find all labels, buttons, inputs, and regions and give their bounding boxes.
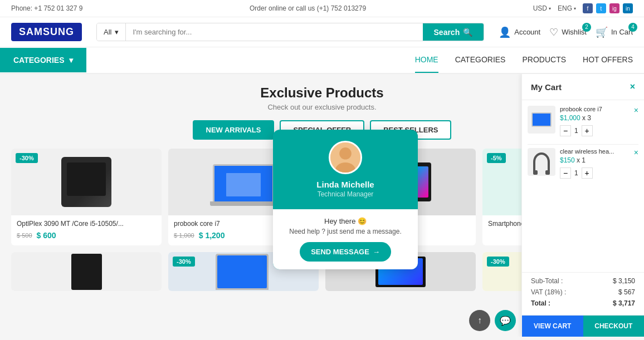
desktop-icon [61, 157, 111, 207]
qty-increase-button[interactable]: + [582, 167, 593, 179]
cart-item: probook core i7 $1,000 x 3 − 1 + × [528, 106, 638, 136]
arrow-up-icon: ↑ [477, 316, 482, 326]
view-cart-button[interactable]: VIEW CART [522, 316, 583, 337]
cart-totals: Sub-Total : $ 3,150 VAT (18%) : $ 567 To… [522, 272, 644, 315]
cart-items-list: probook core i7 $1,000 x 3 − 1 + × [522, 100, 644, 272]
cart-panel: My Cart × probook core i7 $1,000 x 3 − 1 [521, 74, 644, 337]
remove-item-button[interactable]: × [634, 106, 638, 115]
cart-close-button[interactable]: × [630, 82, 635, 92]
cart-item: clear wireless hea... $150 x 1 − 1 + × [528, 148, 638, 179]
heart-icon: ♡ [549, 26, 558, 38]
arrow-right-icon: → [373, 248, 380, 256]
remove-item-button[interactable]: × [634, 148, 638, 157]
scroll-up-button[interactable]: ↑ [469, 310, 490, 331]
bottom-actions: ↑ 💬 [469, 310, 516, 331]
chat-overlay: Linda Michelle Technical Manager Hey the… [273, 130, 418, 269]
main-area: Exclusive Products Check out our exclusi… [0, 74, 644, 337]
account-icon: 👤 [499, 26, 511, 38]
cart-item-image [528, 106, 555, 134]
top-bar: Phone: +1 752 01 327 9 Order online or c… [0, 0, 644, 17]
tab-new-arrivals[interactable]: NEW ARRIVALS [193, 120, 275, 140]
product-badge: -30% [16, 153, 38, 163]
categories-chevron-icon: ▾ [69, 56, 73, 65]
dropdown-arrow-icon: ▾ [115, 28, 119, 36]
product-card[interactable] [11, 252, 162, 291]
avatar-svg [330, 142, 360, 173]
chat-greeting: Hey there 😊 [281, 217, 410, 225]
order-text: Order online or call us (+1) 752 013279 [250, 4, 366, 12]
chat-bubble-icon: 💬 [500, 316, 511, 326]
qty-value: 1 [574, 169, 578, 177]
cart-item-image [528, 148, 555, 176]
product-badge: -30% [487, 257, 509, 267]
currency-selector[interactable]: USD ▾ [533, 4, 551, 12]
qty-increase-button[interactable]: + [582, 125, 593, 136]
social-links: f t ig in [583, 3, 633, 13]
product-badge: -30% [173, 257, 195, 267]
agent-role: Technical Manager [318, 190, 374, 198]
chat-message-text: Need help ? just send me a message. [281, 228, 410, 235]
product-image [11, 252, 162, 291]
account-button[interactable]: 👤 Account [499, 26, 540, 38]
cart-item-name: probook core i7 [560, 106, 638, 112]
search-button[interactable]: Search 🔍 [423, 23, 484, 41]
search-bar: All ▾ Search 🔍 [96, 23, 484, 41]
new-price: $ 600 [37, 231, 56, 240]
product-name: OptlPlex 3090 MT /Core i5-10505/... [17, 220, 156, 228]
header: SAMSUNG All ▾ Search 🔍 👤 Account ♡ 2 Wis… [0, 17, 644, 47]
logo[interactable]: SAMSUNG [11, 23, 82, 41]
facebook-icon[interactable]: f [583, 3, 593, 13]
cart-action-buttons: VIEW CART CHECKOUT [522, 315, 644, 337]
desktop2-icon [71, 254, 102, 290]
linkedin-icon[interactable]: in [623, 3, 633, 13]
chat-fab-button[interactable]: 💬 [495, 310, 516, 331]
old-price: $ 1,000 [174, 232, 194, 239]
cart-icon: 🛒 [596, 26, 608, 38]
search-input[interactable] [126, 23, 422, 41]
instagram-icon[interactable]: ig [609, 3, 619, 13]
categories-button[interactable]: CATEGORIES ▾ [0, 48, 86, 72]
agent-avatar [329, 141, 362, 174]
cart-header: My Cart × [522, 74, 644, 100]
svg-point-1 [339, 147, 352, 160]
language-selector[interactable]: ENG ▾ [558, 4, 576, 12]
cart-button[interactable]: 🛒 4 In Cart [596, 26, 633, 38]
total-row: Total : $ 3,717 [531, 299, 635, 307]
new-price: $ 1,200 [199, 231, 225, 240]
product-info: OptlPlex 3090 MT /Core i5-10505/... $ 50… [11, 215, 162, 245]
search-icon: 🔍 [463, 28, 472, 37]
old-price: $ 500 [17, 232, 32, 239]
product-pricing: $ 500 $ 600 [17, 231, 156, 240]
nav-products[interactable]: PRODUCTS [522, 47, 566, 73]
product-badge: -5% [487, 153, 506, 163]
search-category-dropdown[interactable]: All ▾ [97, 23, 126, 41]
cart-badge: 4 [628, 23, 637, 32]
quantity-control: − 1 + [560, 167, 638, 179]
qty-decrease-button[interactable]: − [560, 167, 571, 179]
quantity-control: − 1 + [560, 125, 638, 136]
logo-text: SAMSUNG [11, 23, 82, 41]
qty-value: 1 [574, 127, 578, 135]
product-card[interactable]: -30% OptlPlex 3090 MT /Core i5-10505/...… [11, 149, 162, 245]
cart-item-details: clear wireless hea... $150 x 1 − 1 + [560, 148, 638, 179]
wishlist-badge: 2 [582, 23, 591, 32]
laptop2-icon [216, 254, 269, 290]
send-message-button[interactable]: SEND MESSAGE → [300, 242, 391, 262]
qty-decrease-button[interactable]: − [560, 125, 571, 136]
chat-profile: Linda Michelle Technical Manager [273, 130, 418, 209]
nav-hot-offers[interactable]: HOT OFFERS [583, 47, 633, 73]
main-nav: HOME CATEGORIES PRODUCTS HOT OFFERS [86, 47, 644, 73]
headphones-thumbnail-icon [533, 152, 550, 171]
cart-item-price: $1,000 x 3 [560, 114, 638, 122]
cart-item-details: probook core i7 $1,000 x 3 − 1 + [560, 106, 638, 136]
checkout-button[interactable]: CHECKOUT [583, 316, 645, 337]
wishlist-button[interactable]: ♡ 2 Wishlist [549, 26, 587, 38]
nav-home[interactable]: HOME [415, 47, 438, 73]
nav-bar: CATEGORIES ▾ HOME CATEGORIES PRODUCTS HO… [0, 47, 644, 74]
header-actions: 👤 Account ♡ 2 Wishlist 🛒 4 In Cart [499, 26, 633, 38]
twitter-icon[interactable]: t [596, 3, 606, 13]
cart-item-name: clear wireless hea... [560, 148, 638, 155]
nav-categories[interactable]: CATEGORIES [455, 47, 506, 73]
currency-arrow-icon: ▾ [549, 6, 551, 11]
language-arrow-icon: ▾ [574, 6, 576, 11]
